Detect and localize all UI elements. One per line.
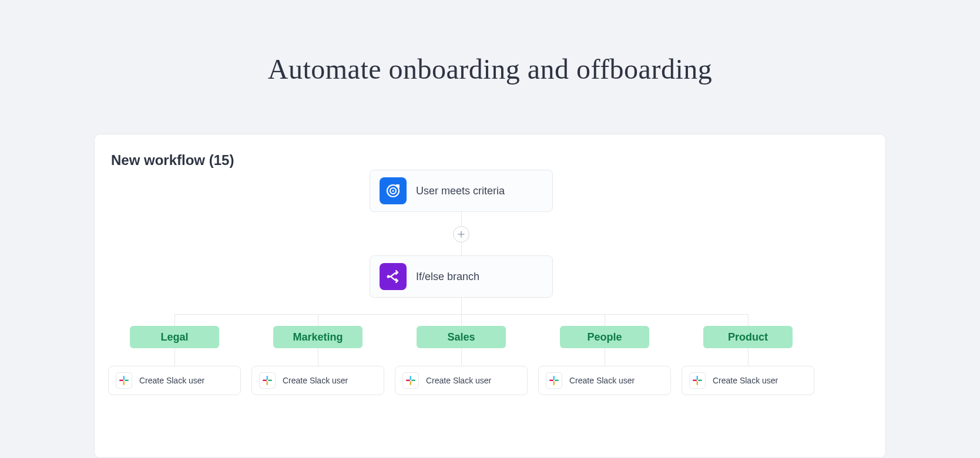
svg-rect-17 [555,380,559,382]
slack-icon [259,372,276,389]
svg-rect-12 [410,376,412,380]
svg-rect-11 [263,380,267,382]
svg-rect-9 [268,380,272,382]
add-step-button[interactable] [453,226,469,243]
slack-icon [116,372,132,389]
connector-line [748,314,749,326]
connector-line [461,243,462,255]
slack-icon [546,372,562,389]
branch-label: Sales [447,331,475,344]
svg-point-2 [392,190,394,192]
svg-rect-7 [119,380,123,382]
action-label: Create Slack user [139,376,204,385]
svg-rect-4 [123,376,125,380]
action-node[interactable]: Create Slack user [395,366,528,395]
slack-icon [689,372,706,389]
connector-line [318,348,318,366]
connector-line [461,314,462,326]
svg-rect-23 [693,380,697,382]
trigger-node[interactable]: User meets criteria [370,170,553,212]
condition-label: If/else branch [416,271,479,283]
svg-rect-13 [411,380,415,382]
connector-line [461,211,462,226]
branch-pill-product[interactable]: Product [703,326,793,348]
svg-rect-10 [267,381,269,385]
svg-rect-14 [410,381,412,385]
svg-rect-22 [697,381,699,385]
connector-line [174,348,175,366]
criteria-icon [380,177,407,204]
action-node[interactable]: Create Slack user [108,366,241,395]
action-node[interactable]: Create Slack user [538,366,671,395]
workflow-card: New workflow (15) [94,134,886,458]
svg-rect-15 [406,380,410,382]
connector-line [748,348,749,366]
branch-label: Legal [160,331,188,344]
action-label: Create Slack user [283,376,348,385]
branch-pill-people[interactable]: People [560,326,649,348]
svg-rect-19 [549,380,553,382]
branch-pill-marketing[interactable]: Marketing [273,326,363,348]
condition-node[interactable]: If/else branch [370,255,553,298]
action-label: Create Slack user [569,376,635,385]
svg-rect-18 [553,381,555,385]
action-node[interactable]: Create Slack user [251,366,384,395]
connector-line [318,314,318,326]
action-label: Create Slack user [426,376,491,385]
action-label: Create Slack user [713,376,778,385]
action-node[interactable]: Create Slack user [682,366,814,395]
svg-rect-8 [267,376,269,380]
connector-line [605,314,605,326]
connector-line [461,348,462,366]
svg-rect-6 [123,381,125,385]
svg-rect-20 [697,376,699,380]
svg-rect-21 [698,380,702,382]
branch-label: Marketing [293,331,343,344]
page-title: Automate onboarding and offboarding [0,0,980,85]
branch-icon [380,263,407,290]
svg-rect-5 [125,380,129,382]
slack-icon [402,372,419,389]
connector-line [605,348,605,366]
branch-label: Product [728,331,768,344]
branch-pill-sales[interactable]: Sales [417,326,506,348]
branch-label: People [587,331,622,344]
svg-rect-16 [553,376,555,380]
connector-line [461,297,462,314]
workflow-canvas: User meets criteria If/else branch Legal [95,134,885,457]
branch-pill-legal[interactable]: Legal [130,326,219,348]
trigger-label: User meets criteria [416,185,505,197]
connector-line [174,314,175,326]
